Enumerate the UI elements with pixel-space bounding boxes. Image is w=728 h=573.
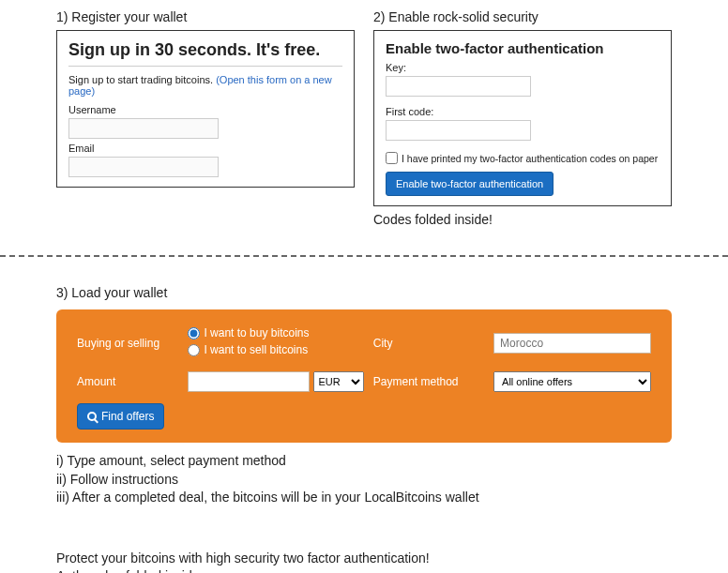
city-label: City: [373, 337, 493, 350]
find-offers-label: Find offers: [101, 410, 154, 423]
printed-codes-label: I have printed my two-factor authenticat…: [402, 153, 658, 164]
divider: [0, 255, 728, 257]
tfa-heading: Enable two-factor authentication: [386, 40, 660, 56]
amount-input[interactable]: [188, 371, 310, 392]
radio-buy[interactable]: [188, 327, 200, 339]
firstcode-label: First code:: [386, 106, 660, 117]
radio-sell[interactable]: [188, 344, 200, 356]
step3-notes: i) Type amount, select payment method ii…: [56, 452, 672, 507]
key-label: Key:: [386, 62, 660, 73]
signup-panel: Sign up in 30 seconds. It's free. Sign u…: [56, 30, 355, 188]
footer-line1: Protect your bitcoins with high security…: [56, 550, 672, 568]
note-ii: ii) Follow instructions: [56, 471, 672, 490]
username-label: Username: [68, 104, 342, 115]
step3-title: 3) Load your wallet: [56, 285, 672, 300]
note-iii: iii) After a completed deal, the bitcoin…: [56, 489, 672, 507]
signup-text-row: Sign up to start trading bitcoins. (Open…: [68, 74, 342, 97]
currency-select[interactable]: EUR: [313, 371, 364, 392]
footer-line2: Auth codes folded inside: [56, 567, 672, 573]
amount-label: Amount: [77, 375, 188, 388]
email-input[interactable]: [68, 157, 219, 177]
codes-caption: Codes folded inside!: [373, 212, 672, 227]
search-panel: Buying or selling I want to buy bitcoins…: [56, 309, 672, 443]
payment-method-select[interactable]: All online offers: [493, 371, 651, 392]
payment-method-label: Payment method: [373, 375, 493, 388]
printed-codes-checkbox[interactable]: [386, 152, 398, 164]
signup-heading: Sign up in 30 seconds. It's free.: [68, 40, 342, 67]
key-input[interactable]: [386, 76, 531, 97]
enable-tfa-button[interactable]: Enable two-factor authentication: [386, 172, 554, 196]
note-i: i) Type amount, select payment method: [56, 452, 672, 471]
username-input[interactable]: [68, 118, 219, 139]
tfa-panel: Enable two-factor authentication Key: Fi…: [373, 30, 672, 206]
firstcode-input[interactable]: [386, 120, 531, 141]
find-offers-button[interactable]: Find offers: [77, 403, 164, 430]
city-input[interactable]: [493, 333, 651, 354]
step2-title: 2) Enable rock-solid security: [373, 9, 672, 24]
signup-text: Sign up to start trading bitcoins.: [68, 74, 216, 85]
email-label: Email: [68, 143, 342, 154]
search-icon: [87, 412, 97, 421]
step1-title: 1) Register your wallet: [56, 9, 355, 24]
buying-selling-label: Buying or selling: [77, 337, 188, 350]
radio-buy-label: I want to buy bitcoins: [204, 326, 309, 339]
footer-block: Protect your bitcoins with high security…: [56, 550, 672, 573]
radio-sell-label: I want to sell bitcoins: [204, 343, 308, 356]
